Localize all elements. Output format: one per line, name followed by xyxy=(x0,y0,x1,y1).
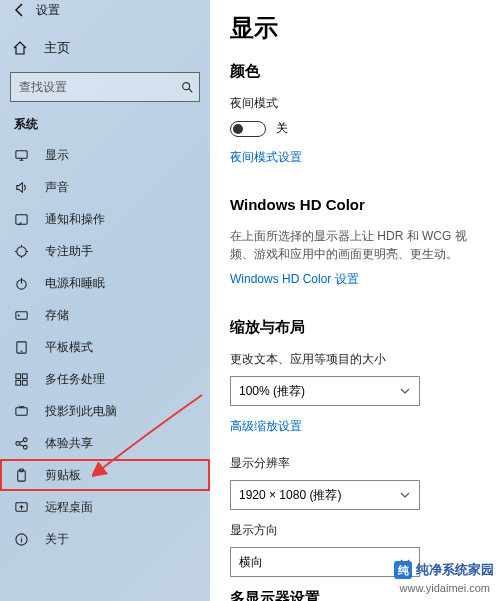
sidebar-item-label: 体验共享 xyxy=(45,435,93,452)
sidebar-item-about[interactable]: 关于 xyxy=(0,523,210,555)
night-mode-label: 夜间模式 xyxy=(230,95,488,112)
svg-point-6 xyxy=(18,315,19,316)
advanced-scale-link[interactable]: 高级缩放设置 xyxy=(230,418,488,435)
sidebar-item-power[interactable]: 电源和睡眠 xyxy=(0,267,210,299)
night-mode-settings-link[interactable]: 夜间模式设置 xyxy=(230,149,488,166)
sidebar-item-focus[interactable]: 专注助手 xyxy=(0,235,210,267)
night-mode-toggle[interactable] xyxy=(230,121,266,137)
sidebar-section-label: 系统 xyxy=(0,114,210,139)
sidebar-item-label: 平板模式 xyxy=(45,339,93,356)
back-arrow-icon xyxy=(12,2,28,18)
svg-rect-9 xyxy=(22,373,27,378)
sidebar-item-project[interactable]: 投影到此电脑 xyxy=(0,395,210,427)
resolution-value: 1920 × 1080 (推荐) xyxy=(239,487,341,504)
search-wrap xyxy=(10,72,200,102)
storage-icon xyxy=(14,308,29,323)
sidebar-item-multitask[interactable]: 多任务处理 xyxy=(0,363,210,395)
sidebar-item-remote[interactable]: 远程桌面 xyxy=(0,491,210,523)
svg-point-13 xyxy=(16,441,20,445)
resolution-select[interactable]: 1920 × 1080 (推荐) xyxy=(230,480,420,510)
power-icon xyxy=(14,276,29,291)
page-title: 显示 xyxy=(230,12,488,44)
section-title-scale: 缩放与布局 xyxy=(230,318,488,337)
home-label: 主页 xyxy=(44,39,70,57)
watermark-brand: 纯 纯净系统家园 xyxy=(394,561,494,579)
sound-icon xyxy=(14,180,29,195)
scale-value: 100% (推荐) xyxy=(239,383,305,400)
sidebar-item-label: 电源和睡眠 xyxy=(45,275,105,292)
svg-point-3 xyxy=(17,246,26,255)
hdcolor-settings-link[interactable]: Windows HD Color 设置 xyxy=(230,271,488,288)
resolution-label: 显示分辨率 xyxy=(230,455,488,472)
svg-rect-11 xyxy=(22,380,27,385)
svg-rect-10 xyxy=(16,380,21,385)
sidebar-item-label: 多任务处理 xyxy=(45,371,105,388)
scale-label: 更改文本、应用等项目的大小 xyxy=(230,351,488,368)
svg-rect-8 xyxy=(16,373,21,378)
about-icon xyxy=(14,532,29,547)
sidebar-item-label: 远程桌面 xyxy=(45,499,93,516)
sidebar-item-label: 存储 xyxy=(45,307,69,324)
sidebar-item-label: 通知和操作 xyxy=(45,211,105,228)
search-icon xyxy=(180,80,194,94)
night-mode-state: 关 xyxy=(276,120,288,137)
section-title-color: 颜色 xyxy=(230,62,488,81)
sidebar-item-label: 关于 xyxy=(45,531,69,548)
sidebar-item-label: 专注助手 xyxy=(45,243,93,260)
notification-icon xyxy=(14,212,29,227)
multitask-icon xyxy=(14,372,29,387)
sidebar-item-storage[interactable]: 存储 xyxy=(0,299,210,331)
sidebar-item-label: 声音 xyxy=(45,179,69,196)
tablet-icon xyxy=(14,340,29,355)
home-icon xyxy=(12,40,28,56)
orientation-value: 横向 xyxy=(239,554,263,571)
orientation-label: 显示方向 xyxy=(230,522,488,539)
svg-rect-5 xyxy=(16,311,27,319)
svg-rect-1 xyxy=(16,150,27,158)
watermark-logo-icon: 纯 xyxy=(394,561,412,579)
svg-rect-16 xyxy=(18,470,26,480)
sidebar-item-clipboard[interactable]: 剪贴板 xyxy=(0,459,210,491)
back-button[interactable]: 设置 xyxy=(0,0,210,20)
sidebar-item-label: 剪贴板 xyxy=(45,467,81,484)
sidebar-item-share[interactable]: 体验共享 xyxy=(0,427,210,459)
share-icon xyxy=(14,436,29,451)
remote-icon xyxy=(14,500,29,515)
back-label: 设置 xyxy=(36,2,60,19)
scale-select[interactable]: 100% (推荐) xyxy=(230,376,420,406)
sidebar-item-tablet[interactable]: 平板模式 xyxy=(0,331,210,363)
svg-point-15 xyxy=(23,445,27,449)
sidebar-item-notification[interactable]: 通知和操作 xyxy=(0,203,210,235)
sidebar-item-display[interactable]: 显示 xyxy=(0,139,210,171)
sidebar-item-sound[interactable]: 声音 xyxy=(0,171,210,203)
sidebar-item-label: 投影到此电脑 xyxy=(45,403,117,420)
search-input[interactable] xyxy=(10,72,200,102)
project-icon xyxy=(14,404,29,419)
toggle-knob xyxy=(233,124,243,134)
chevron-down-icon xyxy=(399,385,411,397)
display-icon xyxy=(14,148,29,163)
hdcolor-desc: 在上面所选择的显示器上让 HDR 和 WCG 视频、游戏和应用中的画面更明亮、更… xyxy=(230,227,488,263)
clipboard-icon xyxy=(14,468,29,483)
chevron-down-icon xyxy=(399,489,411,501)
sidebar-item-label: 显示 xyxy=(45,147,69,164)
svg-point-14 xyxy=(23,437,27,441)
focus-icon xyxy=(14,244,29,259)
orientation-select[interactable]: 横向 xyxy=(230,547,420,577)
watermark-url: www.yidaimei.com xyxy=(396,581,494,595)
home-row[interactable]: 主页 xyxy=(0,28,210,68)
svg-rect-12 xyxy=(16,407,27,415)
svg-point-0 xyxy=(183,83,190,90)
section-title-hdcolor: Windows HD Color xyxy=(230,196,488,213)
